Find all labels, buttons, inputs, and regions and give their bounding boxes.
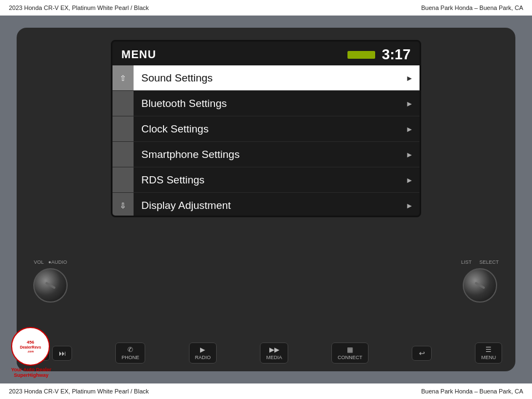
bottom-bar: 2023 Honda CR-V EX, Platinum White Pearl… bbox=[0, 383, 532, 399]
menu-item-arrow: ► bbox=[404, 74, 420, 83]
menu-icon: ☰ bbox=[485, 346, 492, 354]
watermark-badge: 456 DealerRevs .com bbox=[11, 327, 50, 366]
phone-label: PHONE bbox=[121, 355, 139, 360]
screen-header: MENU 3:17 bbox=[112, 42, 420, 65]
menu-item-display-adjustment[interactable]: ⇩ Display Adjustment ► bbox=[112, 193, 420, 217]
menu-item-arrow: ► bbox=[404, 176, 420, 185]
infotainment-screen: MENU 3:17 ⇧ Sound Settings ► bbox=[111, 40, 421, 217]
menu-item-label: Bluetooth Settings bbox=[134, 98, 404, 110]
menu-item-arrow: ► bbox=[404, 125, 420, 134]
phone-icon: ✆ bbox=[127, 346, 133, 354]
menu-item-arrow: ► bbox=[404, 150, 420, 159]
select-knob[interactable] bbox=[463, 268, 497, 303]
menu-item-rds-settings[interactable]: RDS Settings ► bbox=[112, 167, 420, 193]
top-car-model: 2023 Honda CR-V EX, bbox=[9, 4, 70, 11]
menu-item-arrow: ► bbox=[404, 99, 420, 108]
radio-icon: ▶ bbox=[200, 346, 205, 354]
menu-label: MENU bbox=[481, 355, 496, 360]
radio-button[interactable]: ▶ RADIO bbox=[189, 342, 217, 364]
menu-item-bluetooth-settings[interactable]: Bluetooth Settings ► bbox=[112, 91, 420, 116]
bottom-car-model: 2023 Honda CR-V EX, bbox=[9, 388, 70, 395]
menu-spacer bbox=[112, 167, 134, 192]
screen-time: 3:17 bbox=[382, 46, 411, 63]
connect-label: CONNECT bbox=[337, 355, 362, 360]
watermark: 456 DealerRevs .com Your Auto DealerSupe… bbox=[11, 327, 52, 378]
connect-icon: ▦ bbox=[347, 346, 353, 354]
right-controls: LIST SELECT bbox=[461, 259, 499, 303]
menu-item-label: Clock Settings bbox=[134, 123, 404, 135]
screen-time-area: 3:17 bbox=[347, 46, 411, 63]
back-button[interactable]: ↩ bbox=[412, 346, 432, 361]
list-label: LIST bbox=[461, 259, 472, 265]
media-label: MEDIA bbox=[266, 355, 282, 360]
connect-button[interactable]: ▦ CONNECT bbox=[331, 342, 369, 364]
radio-label: RADIO bbox=[195, 355, 211, 360]
menu-spacer bbox=[112, 91, 134, 116]
bottom-car-info: 2023 Honda CR-V EX, Platinum White Pearl… bbox=[9, 388, 149, 395]
audio-label: ●AUDIO bbox=[48, 259, 67, 265]
menu-item-label: Sound Settings bbox=[134, 72, 404, 84]
media-icon: ▶▶ bbox=[269, 346, 279, 354]
top-car-color: Platinum White Pearl / Black bbox=[72, 4, 149, 11]
menu-up-arrow: ⇧ bbox=[112, 65, 134, 90]
menu-down-arrow: ⇩ bbox=[112, 193, 134, 217]
knob-indicator bbox=[45, 282, 55, 289]
watermark-domain: .com bbox=[27, 350, 34, 353]
bottom-buttons: ⏮ ⏭ ✆ PHONE ▶ RADIO ▶▶ MEDIA ▦ CONNECT ↩… bbox=[17, 337, 515, 371]
vol-label: VOL bbox=[34, 259, 44, 265]
menu-list: ⇧ Sound Settings ► Bluetooth Settings ► … bbox=[112, 65, 420, 217]
bottom-car-color: Platinum White Pearl / Black bbox=[72, 388, 149, 395]
menu-button[interactable]: ☰ MENU bbox=[475, 342, 502, 364]
menu-item-arrow: ► bbox=[404, 201, 420, 210]
select-label: SELECT bbox=[479, 259, 499, 265]
menu-spacer bbox=[112, 116, 134, 141]
vol-knob[interactable] bbox=[33, 268, 68, 303]
controls-area: VOL ●AUDIO LIST SELECT bbox=[17, 217, 515, 337]
menu-item-label: RDS Settings bbox=[134, 174, 404, 186]
menu-item-label: Smartphone Settings bbox=[134, 149, 404, 161]
left-controls: VOL ●AUDIO bbox=[33, 259, 68, 303]
vol-audio-label: VOL ●AUDIO bbox=[34, 259, 67, 265]
next-button[interactable]: ⏭ bbox=[52, 346, 72, 361]
watermark-numbers: 456 bbox=[27, 340, 34, 345]
top-dealer-info: Buena Park Honda – Buena Park, CA bbox=[421, 4, 523, 11]
console: MENU 3:17 ⇧ Sound Settings ► bbox=[17, 28, 515, 371]
main-content: MENU 3:17 ⇧ Sound Settings ► bbox=[0, 16, 532, 383]
top-bar: 2023 Honda CR-V EX, Platinum White Pearl… bbox=[0, 0, 532, 16]
menu-item-sound-settings[interactable]: ⇧ Sound Settings ► bbox=[112, 65, 420, 91]
phone-button[interactable]: ✆ PHONE bbox=[115, 342, 145, 364]
media-button[interactable]: ▶▶ MEDIA bbox=[260, 342, 288, 364]
watermark-site: DealerRevs bbox=[20, 345, 41, 350]
menu-item-clock-settings[interactable]: Clock Settings ► bbox=[112, 116, 420, 142]
knob-indicator bbox=[474, 282, 485, 289]
screen-title: MENU bbox=[121, 48, 156, 61]
bottom-dealer-info: Buena Park Honda – Buena Park, CA bbox=[421, 388, 523, 395]
screen-indicator bbox=[347, 51, 375, 59]
menu-item-smartphone-settings[interactable]: Smartphone Settings ► bbox=[112, 142, 420, 167]
menu-item-label: Display Adjustment bbox=[134, 200, 404, 212]
menu-spacer bbox=[112, 142, 134, 167]
watermark-tagline: Your Auto DealerSuperHighway bbox=[11, 367, 52, 378]
top-car-info: 2023 Honda CR-V EX, Platinum White Pearl… bbox=[9, 4, 149, 11]
list-select-label: LIST SELECT bbox=[461, 259, 499, 265]
